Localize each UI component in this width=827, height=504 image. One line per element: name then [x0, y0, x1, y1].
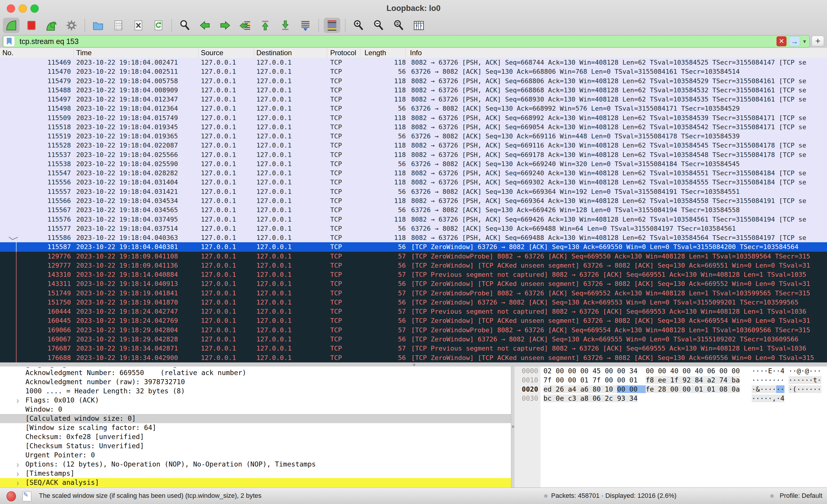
packet-row[interactable]: 1155572023-10-22 19:18:04.031421127.0.0.… — [0, 187, 827, 196]
status-separator-dot — [544, 494, 548, 498]
packet-row[interactable]: 1766882023-10-22 19:18:34.042900127.0.0.… — [0, 353, 827, 362]
packet-row[interactable]: 1155662023-10-22 19:18:04.034534127.0.0.… — [0, 196, 827, 205]
resize-columns-button[interactable] — [410, 18, 427, 33]
packet-row[interactable]: 1154882023-10-22 19:18:04.008909127.0.0.… — [0, 86, 827, 95]
packet-row[interactable]: 1154792023-10-22 19:18:04.005758127.0.0.… — [0, 76, 827, 86]
packet-row[interactable]: 1604442023-10-22 19:18:24.042747127.0.0.… — [0, 307, 827, 316]
column-header-destination[interactable]: Destination — [254, 48, 327, 58]
capture-comment-icon[interactable] — [22, 491, 31, 501]
packet-row[interactable]: 1155472023-10-22 19:18:04.028282127.0.0.… — [0, 168, 827, 178]
auto-scroll-button[interactable] — [297, 18, 314, 33]
packet-row[interactable]: 1155282023-10-22 19:18:04.022087127.0.0.… — [0, 141, 827, 150]
expand-arrow-icon[interactable]: › — [16, 395, 19, 406]
packet-row[interactable]: 1517502023-10-22 19:18:19.041870127.0.0.… — [0, 298, 827, 307]
detail-line[interactable]: Acknowledgment Number: 669550 (relative … — [0, 368, 511, 377]
packet-row[interactable]: 1155192023-10-22 19:18:04.019365127.0.0.… — [0, 131, 827, 141]
detail-line[interactable]: ›[SEQ/ACK analysis] — [0, 478, 511, 487]
detail-line[interactable]: [Window size scaling factor: 64] — [0, 423, 511, 432]
expert-info-icon[interactable] — [6, 491, 16, 501]
save-capture-file-button[interactable]: 010100110101110 — [110, 18, 127, 33]
packet-row[interactable]: 1155182023-10-22 19:18:04.019345127.0.0.… — [0, 122, 827, 131]
detail-line[interactable]: 1000 .... = Header Length: 32 bytes (8) — [0, 387, 511, 396]
packet-row[interactable]: 1155562023-10-22 19:18:04.031404127.0.0.… — [0, 178, 827, 187]
packet-row[interactable]: 1155672023-10-22 19:18:04.034565127.0.0.… — [0, 205, 827, 215]
packet-row[interactable]: 1155092023-10-22 19:18:04.015749127.0.0.… — [0, 113, 827, 122]
stop-capture-button[interactable] — [23, 18, 40, 33]
hex-row[interactable]: 0030bc 0e c3 a8 06 2c 93 34·····,·4 — [515, 394, 827, 403]
packet-row[interactable]: 1433112023-10-22 19:18:14.040913127.0.0.… — [0, 279, 827, 288]
detail-line[interactable]: Checksum: 0xfe28 [unverified] — [0, 432, 511, 441]
packet-row[interactable]: 1155382023-10-22 19:18:04.025590127.0.0.… — [0, 159, 827, 168]
expand-arrow-icon[interactable]: › — [16, 477, 19, 488]
zoom-reset-button[interactable] — [390, 18, 407, 33]
colorize-packets-button[interactable] — [324, 18, 340, 33]
packet-row[interactable]: 1766872023-10-22 19:18:34.042871127.0.0.… — [0, 344, 827, 353]
close-capture-file-button[interactable] — [130, 18, 146, 33]
packet-counts-text: Packets: 458701 · Displayed: 12016 (2.6%… — [551, 492, 676, 500]
packet-row[interactable]: 1690662023-10-22 19:18:29.042804127.0.0.… — [0, 326, 827, 335]
clear-filter-button[interactable]: ✕ — [777, 36, 786, 46]
column-header-no[interactable]: No. — [0, 48, 74, 58]
column-header-length[interactable]: Length — [360, 48, 406, 58]
start-capture-button[interactable] — [3, 18, 19, 33]
packet-row[interactable]: 1297762023-10-22 19:18:09.041108127.0.0.… — [0, 252, 827, 261]
detail-line[interactable]: [Checksum Status: Unverified] — [0, 441, 511, 451]
conversation-line — [16, 353, 16, 362]
open-capture-file-button[interactable] — [90, 18, 106, 33]
toolbar-separator — [345, 19, 346, 32]
display-filter-input[interactable]: tcp.stream eq 153 ✕ → ▾ — [2, 35, 810, 48]
go-back-button[interactable] — [197, 18, 213, 33]
go-to-first-packet-button[interactable] — [257, 18, 274, 33]
find-packet-button[interactable] — [177, 18, 193, 33]
conversation-line — [16, 316, 16, 325]
hex-row[interactable]: 00107f 00 00 01 7f 00 00 01 f8 ee 1f 92 … — [515, 376, 827, 385]
packet-row[interactable]: 1433102023-10-22 19:18:14.040884127.0.0.… — [0, 270, 827, 279]
hex-row[interactable]: 000002 00 00 00 45 00 00 34 00 00 40 00 … — [515, 367, 827, 376]
restart-capture-button[interactable] — [43, 18, 60, 33]
packet-row[interactable]: 1154692023-10-22 19:18:04.002471127.0.0.… — [0, 58, 827, 67]
filter-bookmark-icon[interactable] — [4, 36, 15, 47]
packet-row[interactable]: 1155772023-10-22 19:18:04.037514127.0.0.… — [0, 224, 827, 233]
packet-row[interactable]: 1155762023-10-22 19:18:04.037495127.0.0.… — [0, 215, 827, 224]
detail-line[interactable]: Acknowledgment number (raw): 3978732710 — [0, 377, 511, 387]
column-header-source[interactable]: Source — [198, 48, 254, 58]
packet-row[interactable]: 1154702023-10-22 19:18:04.002511127.0.0.… — [0, 67, 827, 76]
detail-line[interactable]: Urgent Pointer: 0 — [0, 451, 511, 460]
apply-filter-button[interactable]: → — [789, 36, 800, 46]
capture-options-button[interactable] — [63, 18, 80, 33]
detail-line[interactable]: ›Flags: 0x010 (ACK) — [0, 396, 511, 405]
packet-row[interactable]: 1690672023-10-22 19:18:29.042828127.0.0.… — [0, 335, 827, 344]
column-header-time[interactable]: Time — [74, 48, 198, 58]
detail-line[interactable]: ›[Timestamps] — [0, 469, 511, 478]
packet-row[interactable]: 1604452023-10-22 19:18:24.042769127.0.0.… — [0, 316, 827, 325]
go-to-packet-button[interactable] — [237, 18, 253, 33]
packet-list-header: No. Time Source Destination Protocol Len… — [0, 48, 827, 58]
reload-capture-file-button[interactable] — [150, 18, 166, 33]
packet-row[interactable]: 1155872023-10-22 19:18:04.040381127.0.0.… — [0, 242, 827, 251]
packet-row[interactable]: 1297772023-10-22 19:18:09.041136127.0.0.… — [0, 261, 827, 270]
detail-line[interactable]: Window: 0 — [0, 405, 511, 414]
filter-bar: tcp.stream eq 153 ✕ → ▾ + — [0, 34, 827, 48]
packet-details-pane: Acknowledgment Number: 669550 (relative … — [0, 367, 511, 488]
detail-line[interactable]: [Calculated window size: 0] — [0, 414, 511, 423]
column-header-protocol[interactable]: Protocol — [327, 48, 360, 58]
zoom-out-button[interactable] — [371, 18, 387, 33]
svg-text:01110: 01110 — [116, 27, 122, 30]
filter-history-dropdown-icon[interactable]: ▾ — [802, 38, 807, 45]
go-forward-button[interactable] — [217, 18, 233, 33]
go-to-last-packet-button[interactable] — [277, 18, 294, 33]
main-toolbar: 010100110101110 — [3, 17, 427, 34]
packet-row[interactable]: 1517492023-10-22 19:18:19.041841127.0.0.… — [0, 289, 827, 298]
detail-line[interactable]: ›Options: (12 bytes), No-Operation (NOP)… — [0, 460, 511, 469]
packet-row[interactable]: 1155862023-10-22 19:18:04.040363127.0.0.… — [0, 233, 827, 242]
packet-row[interactable]: 1155372023-10-22 19:18:04.025566127.0.0.… — [0, 150, 827, 159]
profile-selector[interactable]: Profile: Default — [780, 492, 822, 500]
packet-row[interactable]: 1154982023-10-22 19:18:04.012364127.0.0.… — [0, 104, 827, 113]
toolbar-separator — [171, 19, 172, 32]
packet-row[interactable]: 1154972023-10-22 19:18:04.012347127.0.0.… — [0, 95, 827, 104]
conversation-line — [16, 242, 16, 251]
zoom-in-button[interactable] — [350, 18, 367, 33]
add-filter-button[interactable]: + — [812, 36, 824, 46]
column-header-info[interactable]: Info — [406, 48, 827, 58]
hex-row[interactable]: 0020ed 26 a4 a6 80 10 00 00 fe 28 00 00 … — [515, 385, 827, 394]
